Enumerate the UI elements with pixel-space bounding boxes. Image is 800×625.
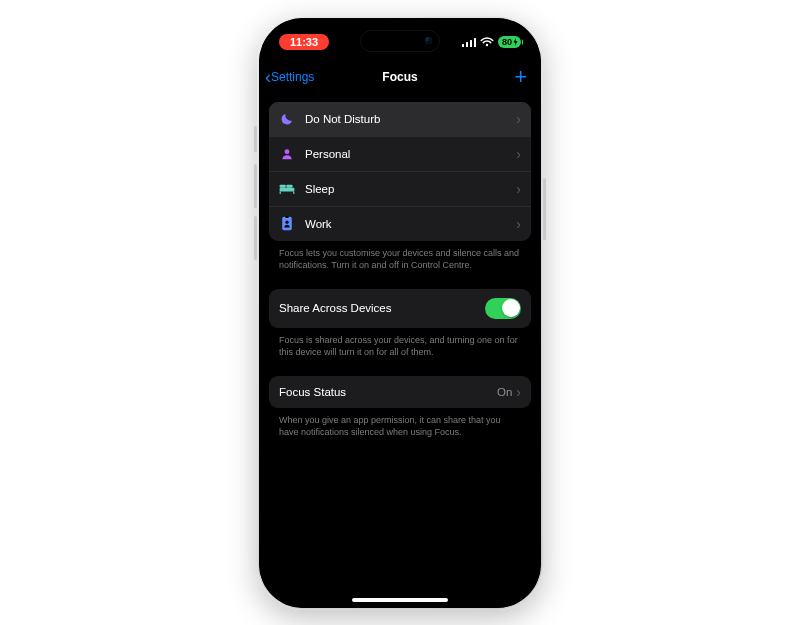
focus-mode-label: Personal [305, 148, 516, 160]
screen: 11:33 [259, 18, 541, 608]
badge-icon [279, 216, 295, 232]
svg-rect-0 [462, 44, 464, 47]
svg-point-4 [285, 149, 290, 154]
content-area: Do Not Disturb›Personal›Sleep›Work› Focu… [259, 96, 541, 608]
back-button[interactable]: ‹ Settings [265, 68, 314, 86]
chevron-right-icon: › [516, 217, 521, 231]
svg-rect-6 [280, 184, 286, 187]
side-button-power [543, 178, 546, 240]
focus-mode-label: Do Not Disturb [305, 113, 516, 125]
focus-status-row[interactable]: Focus Status On › [269, 376, 531, 408]
person-icon [279, 146, 295, 162]
share-group: Share Across Devices [269, 289, 531, 328]
plus-icon: + [514, 64, 527, 89]
focus-modes-footer: Focus lets you customise your devices an… [269, 241, 531, 271]
cellular-signal-icon [462, 37, 476, 47]
focus-mode-label: Sleep [305, 183, 516, 195]
side-button-silent [254, 126, 257, 152]
side-button-volume-down [254, 216, 257, 260]
focus-mode-row[interactable]: Personal› [269, 137, 531, 172]
share-toggle[interactable] [485, 298, 521, 319]
battery-level: 80 [502, 37, 512, 47]
share-across-devices-row: Share Across Devices [269, 289, 531, 328]
focus-mode-label: Work [305, 218, 516, 230]
battery-indicator: 80 [498, 36, 521, 48]
svg-rect-11 [285, 216, 288, 218]
focus-status-label: Focus Status [279, 386, 497, 398]
chevron-right-icon: › [516, 147, 521, 161]
svg-rect-9 [293, 191, 294, 193]
dynamic-island [360, 30, 440, 52]
svg-rect-3 [474, 38, 476, 47]
share-label: Share Across Devices [279, 302, 485, 314]
page-title: Focus [382, 70, 417, 84]
focus-status-group: Focus Status On › [269, 376, 531, 408]
bed-icon [279, 181, 295, 197]
svg-rect-7 [286, 184, 292, 187]
svg-point-12 [285, 221, 288, 224]
add-button[interactable]: + [514, 66, 531, 88]
status-bar: 11:33 [259, 22, 541, 62]
focus-mode-row[interactable]: Sleep› [269, 172, 531, 207]
charging-icon [513, 38, 518, 46]
status-time-recording[interactable]: 11:33 [279, 34, 329, 50]
front-camera [425, 37, 432, 44]
nav-bar: ‹ Settings Focus + [259, 62, 541, 96]
svg-rect-2 [470, 40, 472, 47]
focus-mode-row[interactable]: Work› [269, 207, 531, 241]
svg-rect-1 [466, 42, 468, 47]
back-label: Settings [271, 70, 314, 84]
wifi-icon [480, 37, 494, 47]
focus-mode-row[interactable]: Do Not Disturb› [269, 102, 531, 137]
focus-modes-group: Do Not Disturb›Personal›Sleep›Work› [269, 102, 531, 241]
toggle-knob [502, 299, 520, 317]
side-button-volume-up [254, 164, 257, 208]
focus-status-value: On [497, 386, 512, 398]
chevron-right-icon: › [516, 385, 521, 399]
chevron-right-icon: › [516, 182, 521, 196]
chevron-right-icon: › [516, 112, 521, 126]
phone-frame: 11:33 [257, 16, 543, 610]
home-indicator[interactable] [352, 598, 448, 602]
focus-status-footer: When you give an app permission, it can … [269, 408, 531, 438]
svg-rect-8 [280, 191, 281, 193]
share-footer: Focus is shared across your devices, and… [269, 328, 531, 358]
moon-icon [279, 111, 295, 127]
svg-rect-5 [280, 187, 295, 191]
